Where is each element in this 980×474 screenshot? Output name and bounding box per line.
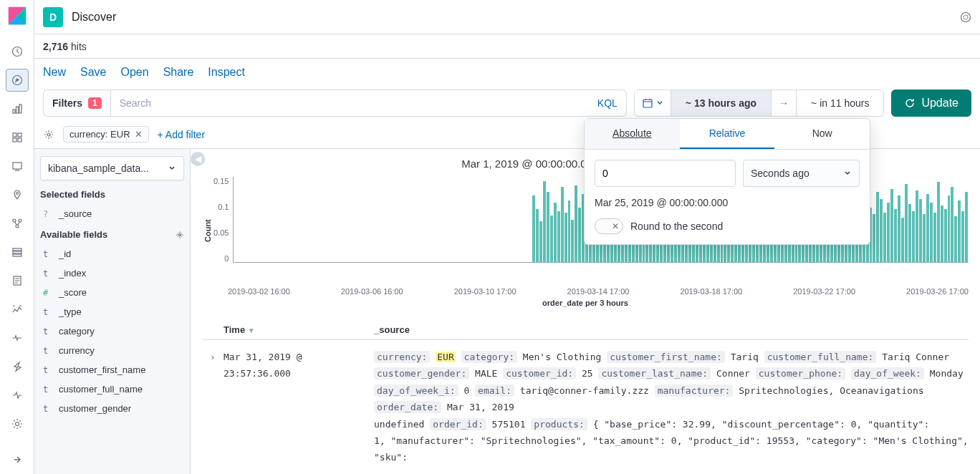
field-row[interactable]: tcustomer_first_name bbox=[40, 360, 184, 379]
histogram-bar[interactable] bbox=[898, 195, 900, 262]
histogram-bar[interactable] bbox=[880, 199, 883, 262]
histogram-bar[interactable] bbox=[916, 190, 918, 262]
histogram-bar[interactable] bbox=[561, 187, 564, 262]
histogram-bar[interactable] bbox=[901, 218, 904, 262]
histogram-bar[interactable] bbox=[944, 209, 947, 262]
tab-now[interactable]: Now bbox=[774, 119, 870, 149]
histogram-bar[interactable] bbox=[894, 209, 897, 262]
histogram-bar[interactable] bbox=[557, 211, 560, 262]
nav-infrastructure-icon[interactable] bbox=[6, 241, 29, 263]
menu-save[interactable]: Save bbox=[80, 66, 106, 79]
histogram-bar[interactable] bbox=[908, 204, 911, 262]
histogram-bar[interactable] bbox=[554, 203, 557, 262]
close-icon: ✕ bbox=[608, 219, 623, 233]
nav-apm-icon[interactable] bbox=[6, 298, 29, 321]
histogram-bar[interactable] bbox=[890, 189, 893, 262]
histogram-bar[interactable] bbox=[919, 199, 922, 262]
histogram-bar[interactable] bbox=[905, 184, 908, 262]
update-button[interactable]: Update bbox=[891, 90, 971, 117]
histogram-bar[interactable] bbox=[951, 187, 953, 262]
field-row[interactable]: tcustomer_full_name bbox=[40, 379, 184, 399]
calendar-icon[interactable] bbox=[635, 90, 671, 116]
histogram-bar[interactable] bbox=[930, 203, 933, 262]
menu-open[interactable]: Open bbox=[120, 66, 148, 79]
histogram-bar[interactable] bbox=[532, 195, 535, 262]
histogram-bar[interactable] bbox=[883, 213, 886, 262]
histogram-bar[interactable] bbox=[958, 200, 961, 262]
round-switch[interactable]: ✕ bbox=[595, 218, 623, 234]
expand-row-icon[interactable]: › bbox=[202, 349, 224, 466]
histogram-bar[interactable] bbox=[954, 216, 957, 262]
gear-icon[interactable] bbox=[176, 231, 184, 239]
nav-ml-icon[interactable] bbox=[6, 212, 29, 235]
histogram-bar[interactable] bbox=[578, 208, 581, 262]
fullscreen-icon[interactable] bbox=[960, 11, 971, 23]
histogram-bar[interactable] bbox=[912, 211, 915, 262]
field-row[interactable]: ?_source bbox=[40, 204, 184, 223]
filter-pill-currency[interactable]: currency: EUR ✕ bbox=[63, 126, 149, 142]
histogram-bar[interactable] bbox=[575, 185, 577, 262]
add-filter-button[interactable]: + Add filter bbox=[158, 129, 206, 140]
nav-recent-icon[interactable] bbox=[6, 40, 29, 63]
menu-inspect[interactable]: Inspect bbox=[208, 66, 245, 79]
histogram-bar[interactable] bbox=[961, 211, 964, 262]
relative-unit-select[interactable]: Seconds ago bbox=[743, 160, 860, 187]
menu-new[interactable]: New bbox=[43, 66, 66, 79]
histogram-bar[interactable] bbox=[539, 221, 542, 262]
nav-dashboard-icon[interactable] bbox=[6, 126, 29, 149]
field-row[interactable]: #_score bbox=[40, 283, 184, 302]
histogram-bar[interactable] bbox=[887, 203, 890, 262]
nav-management-icon[interactable] bbox=[6, 412, 29, 435]
menu-share[interactable]: Share bbox=[163, 66, 194, 79]
kibana-logo[interactable] bbox=[7, 6, 27, 26]
histogram-bar[interactable] bbox=[873, 214, 875, 262]
nav-maps-icon[interactable] bbox=[6, 183, 29, 206]
search-input[interactable]: Search KQL bbox=[110, 90, 627, 117]
nav-logs-icon[interactable] bbox=[6, 269, 29, 292]
field-row[interactable]: tcurrency bbox=[40, 341, 184, 360]
top-bar: D Discover bbox=[34, 0, 980, 34]
row-source: currency: EUR category: Men's Clothing c… bbox=[374, 349, 969, 466]
field-row[interactable]: t_id bbox=[40, 244, 184, 263]
histogram-bar[interactable] bbox=[941, 205, 943, 262]
field-row[interactable]: tcustomer_gender bbox=[40, 399, 184, 418]
histogram-bar[interactable] bbox=[933, 213, 936, 262]
histogram-bar[interactable] bbox=[937, 182, 940, 262]
histogram-bar[interactable] bbox=[550, 216, 553, 262]
nav-monitoring-icon[interactable] bbox=[6, 384, 29, 407]
nav-visualize-icon[interactable] bbox=[6, 97, 29, 120]
field-row[interactable]: tcategory bbox=[40, 321, 184, 341]
field-key: day_of_week_i: bbox=[374, 384, 458, 397]
histogram-bar[interactable] bbox=[568, 200, 571, 262]
field-row[interactable]: t_type bbox=[40, 302, 184, 321]
col-time-header[interactable]: Time ▼ bbox=[224, 324, 374, 335]
tab-absolute[interactable]: Absolute bbox=[585, 119, 680, 149]
histogram-bar[interactable] bbox=[571, 220, 574, 263]
histogram-bar[interactable] bbox=[536, 209, 539, 262]
nav-canvas-icon[interactable] bbox=[6, 155, 29, 178]
date-to[interactable]: ~ in 11 hours bbox=[797, 90, 883, 116]
col-source-header[interactable]: _source bbox=[374, 324, 969, 335]
histogram-bar[interactable] bbox=[965, 192, 968, 262]
histogram-bar[interactable] bbox=[876, 192, 879, 262]
histogram-bar[interactable] bbox=[923, 214, 926, 262]
nav-uptime-icon[interactable] bbox=[6, 327, 29, 349]
histogram-bar[interactable] bbox=[948, 195, 951, 262]
tab-relative[interactable]: Relative bbox=[680, 119, 775, 149]
filters-button[interactable]: Filters 1 bbox=[43, 90, 110, 117]
relative-value-input[interactable] bbox=[595, 160, 736, 187]
histogram-bar[interactable] bbox=[547, 192, 549, 262]
nav-devtools-icon[interactable] bbox=[6, 355, 29, 378]
field-key: day_of_week: bbox=[851, 367, 924, 379]
histogram-bar[interactable] bbox=[565, 213, 567, 262]
index-pattern-select[interactable]: kibana_sample_data... bbox=[40, 156, 184, 180]
filter-settings-icon[interactable] bbox=[43, 129, 54, 140]
date-from[interactable]: ~ 13 hours ago bbox=[671, 90, 771, 116]
nav-collapse-icon[interactable] bbox=[6, 448, 29, 471]
field-row[interactable]: t_index bbox=[40, 263, 184, 283]
nav-discover-icon[interactable] bbox=[6, 69, 29, 92]
histogram-bar[interactable] bbox=[926, 194, 929, 262]
close-icon[interactable]: ✕ bbox=[135, 129, 143, 140]
kql-toggle[interactable]: KQL bbox=[597, 97, 618, 109]
histogram-bar[interactable] bbox=[543, 181, 546, 262]
